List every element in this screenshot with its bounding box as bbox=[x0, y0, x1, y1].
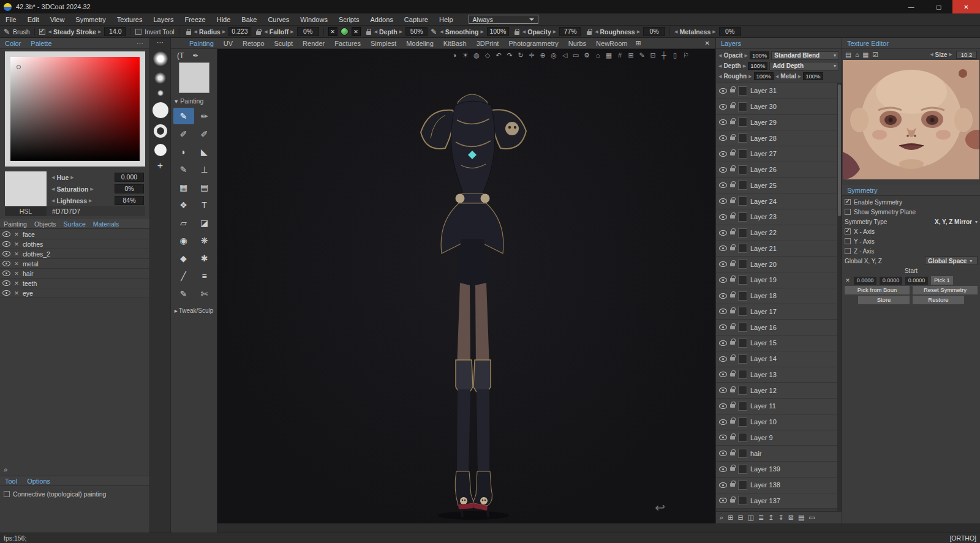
layer-depth-slider[interactable]: Depth bbox=[718, 62, 746, 69]
menu-item[interactable]: Capture bbox=[399, 13, 434, 26]
layer-name[interactable]: Layer 15 bbox=[750, 339, 777, 346]
color-picker[interactable] bbox=[5, 51, 145, 167]
layer-name[interactable]: Layer 31 bbox=[750, 87, 777, 94]
room-tab[interactable]: Photogrammetry bbox=[503, 38, 563, 49]
color-gradient[interactable] bbox=[10, 57, 140, 161]
layer-visibility-eye-icon[interactable] bbox=[719, 214, 727, 220]
menu-item[interactable]: File bbox=[0, 13, 22, 26]
star-tool-icon[interactable]: ✱ bbox=[194, 250, 215, 266]
layer-thumbnail[interactable] bbox=[738, 244, 747, 253]
room-tab[interactable]: Simplest bbox=[366, 38, 401, 49]
layer-thumbnail[interactable] bbox=[738, 86, 747, 95]
layer-name[interactable]: Layer 20 bbox=[750, 261, 777, 268]
merge-layer-icon[interactable]: ≣ bbox=[758, 514, 764, 522]
eraser-tool-icon[interactable]: ◪ bbox=[194, 214, 215, 231]
brush-tips-menu-icon[interactable]: ⋯ bbox=[157, 39, 164, 48]
layer-lock-icon[interactable] bbox=[730, 152, 735, 155]
menu-item[interactable]: Bake bbox=[236, 13, 262, 26]
layer-thumbnail[interactable] bbox=[738, 449, 747, 458]
layer-row[interactable]: Layer 22 bbox=[716, 225, 842, 241]
tab-texture-editor[interactable]: Texture Editor bbox=[842, 40, 894, 47]
layer-row[interactable]: Layer 29 bbox=[716, 115, 842, 131]
room-tab[interactable]: Painting bbox=[184, 38, 219, 49]
color-cursor[interactable] bbox=[17, 65, 21, 69]
always-dropdown[interactable]: Always bbox=[469, 15, 538, 24]
layer-lock-icon[interactable] bbox=[730, 200, 735, 203]
layer-row[interactable]: Layer 24 bbox=[716, 193, 842, 209]
layer-name[interactable]: Layer 14 bbox=[750, 355, 777, 362]
page-tool-icon[interactable]: ▱ bbox=[173, 214, 194, 231]
close-button[interactable]: ✕ bbox=[952, 0, 980, 13]
coord-y-field[interactable]: 0.0000 bbox=[880, 277, 902, 285]
layer-thumbnail[interactable] bbox=[738, 339, 747, 348]
layer-visibility-eye-icon[interactable] bbox=[719, 356, 727, 362]
pick-from-bound-button[interactable]: Pick from Boun bbox=[845, 286, 910, 294]
material-name[interactable]: clothes_2 bbox=[23, 250, 50, 258]
material-row[interactable]: ✕ metal bbox=[0, 259, 149, 269]
tab-layers[interactable]: Layers bbox=[716, 40, 746, 47]
cut-tool-icon[interactable]: ✄ bbox=[194, 285, 215, 302]
layer-lock-icon[interactable] bbox=[730, 294, 735, 298]
texture-size-value[interactable]: 10.2 bbox=[956, 51, 977, 59]
remove-icon[interactable]: ✕ bbox=[13, 261, 20, 267]
tab-materials[interactable]: Materials bbox=[89, 220, 123, 228]
pick1-button[interactable]: Pick 1 bbox=[931, 276, 953, 285]
layer-row[interactable]: Layer 139 bbox=[716, 462, 842, 477]
material-name[interactable]: face bbox=[23, 231, 35, 238]
smoothing-icon[interactable]: ✎ bbox=[431, 28, 437, 36]
roughness-slider[interactable]: Roughness bbox=[595, 28, 640, 36]
layer-thumbnail[interactable] bbox=[738, 149, 747, 159]
visibility-eye-icon[interactable] bbox=[2, 290, 10, 296]
layer-name[interactable]: Layer 30 bbox=[750, 103, 777, 110]
text-toggle-icon[interactable]: (T bbox=[177, 51, 184, 60]
radius-lock-icon[interactable] bbox=[186, 31, 191, 35]
room-tab[interactable]: 3DPrint bbox=[472, 38, 504, 49]
pencil-tool-icon[interactable]: ✏ bbox=[194, 108, 215, 124]
metalness-slider[interactable]: Metalness bbox=[674, 28, 716, 36]
layer-row[interactable]: Layer 17 bbox=[716, 304, 842, 320]
layer-visibility-eye-icon[interactable] bbox=[719, 498, 727, 503]
menu-item[interactable]: Edit bbox=[22, 13, 45, 26]
tab-color[interactable]: Color bbox=[0, 40, 26, 47]
pen-pressure-icon[interactable]: ✒ bbox=[192, 51, 198, 60]
material-name[interactable]: eye bbox=[23, 290, 33, 297]
enable-symmetry-checkbox[interactable] bbox=[845, 199, 851, 205]
layer-visibility-eye-icon[interactable] bbox=[719, 198, 727, 204]
room-tab[interactable]: Retopo bbox=[238, 38, 269, 49]
layer-metal-slider[interactable]: Metal bbox=[775, 73, 801, 80]
lightness-value[interactable]: 84% bbox=[115, 196, 144, 205]
layer-visibility-eye-icon[interactable] bbox=[719, 261, 727, 267]
pen-tool-icon[interactable]: ✎ bbox=[173, 108, 194, 124]
layer-name[interactable]: Layer 11 bbox=[750, 402, 776, 410]
layer-visibility-eye-icon[interactable] bbox=[719, 230, 727, 236]
tab-palette[interactable]: Palette bbox=[26, 40, 56, 47]
layer-lock-icon[interactable] bbox=[730, 326, 735, 329]
smoothing-slider[interactable]: Smoothing bbox=[440, 28, 484, 36]
layer-thumbnail[interactable] bbox=[738, 402, 747, 411]
layer-row[interactable]: Layer 30 bbox=[716, 99, 842, 115]
visibility-eye-icon[interactable] bbox=[2, 251, 10, 257]
layer-lock-icon[interactable] bbox=[730, 373, 735, 376]
brush-preset-6[interactable] bbox=[154, 144, 167, 156]
layer-row[interactable]: Layer 27 bbox=[716, 146, 842, 162]
layer-name[interactable]: Layer 22 bbox=[750, 229, 777, 236]
layer-thumbnail[interactable] bbox=[738, 165, 747, 174]
material-name[interactable]: teeth bbox=[23, 280, 37, 287]
visibility-eye-icon[interactable] bbox=[2, 271, 10, 276]
layer-depth-value[interactable]: 100% bbox=[748, 62, 767, 70]
layers-scrollbar-thumb[interactable] bbox=[838, 84, 841, 216]
layer-lock-icon[interactable] bbox=[730, 452, 735, 455]
layer-thumbnail[interactable] bbox=[738, 228, 747, 238]
tab-surface[interactable]: Surface bbox=[60, 220, 89, 228]
layer-row[interactable]: Layer 12 bbox=[716, 383, 842, 399]
layer-name[interactable]: Layer 138 bbox=[750, 481, 780, 489]
room-tab[interactable]: NewRoom bbox=[591, 38, 632, 49]
brush-preset-1[interactable] bbox=[153, 51, 168, 66]
layer-lock-icon[interactable] bbox=[730, 137, 735, 140]
texture-home-icon[interactable]: ⌂ bbox=[855, 51, 859, 58]
layer-name[interactable]: Layer 16 bbox=[750, 324, 777, 331]
brush-preset-4[interactable] bbox=[153, 102, 168, 118]
layer-row[interactable]: Layer 137 bbox=[716, 493, 842, 509]
layer-name[interactable]: Layer 21 bbox=[750, 245, 777, 252]
texture-grid-icon[interactable]: ▦ bbox=[862, 51, 869, 58]
